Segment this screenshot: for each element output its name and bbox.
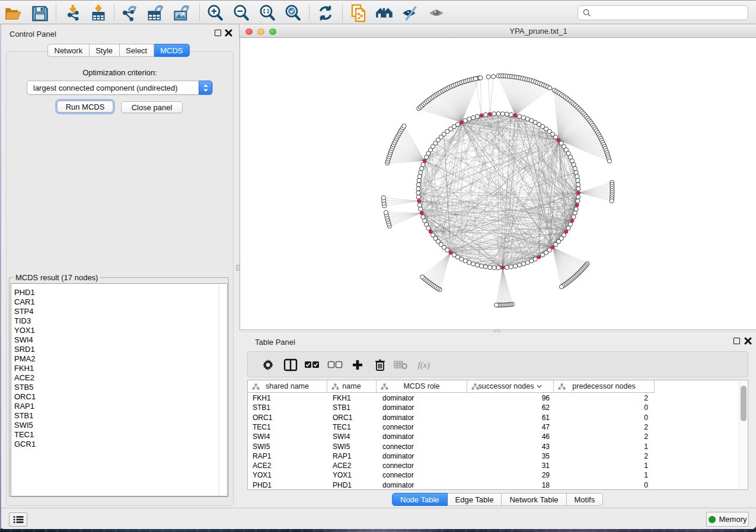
close-panel-icon[interactable] <box>225 29 232 37</box>
status-bar: Memory <box>0 508 756 529</box>
cell-predecessor-nodes: 1 <box>554 471 648 479</box>
table-row-ACE2[interactable]: ACE2ACE2connector311 <box>248 461 739 470</box>
table-close-icon[interactable] <box>744 337 752 345</box>
tab-edge-table[interactable]: Edge Table <box>448 493 502 506</box>
table-float-icon[interactable] <box>733 338 740 344</box>
desktop-edge-sliver <box>0 24 1 529</box>
table-row-FKH1[interactable]: FKH1FKH1dominator962 <box>248 393 739 403</box>
search-input[interactable] <box>592 7 748 19</box>
table-row-PHD1[interactable]: PHD1PHD1dominator180 <box>248 480 739 489</box>
memory-button[interactable]: Memory <box>706 512 749 527</box>
column-header-MCDS-role[interactable]: MCDS role <box>377 380 467 393</box>
mcds-result-item[interactable]: YOX1 <box>11 326 227 335</box>
export-image-icon[interactable] <box>171 3 192 23</box>
mcds-result-item[interactable]: STB1 <box>11 411 227 421</box>
float-panel-icon[interactable] <box>215 30 221 36</box>
zoom-in-icon[interactable] <box>205 3 225 23</box>
delete-column-icon[interactable] <box>372 357 388 373</box>
mcds-result-item[interactable]: CAR1 <box>11 297 227 307</box>
mcds-result-item[interactable]: TID3 <box>11 316 227 326</box>
table-row-TEC1[interactable]: TEC1TEC1connector472 <box>248 422 739 431</box>
mcds-result-item[interactable]: STP4 <box>11 307 227 316</box>
table-row-SWI4[interactable]: SWI4SWI4dominator462 <box>248 432 739 441</box>
cell-mcds-role: dominator <box>382 414 414 422</box>
mcds-result-item[interactable]: ACE2 <box>11 373 227 383</box>
select-all-checks-icon[interactable] <box>304 357 320 373</box>
mcds-result-item[interactable]: SWI5 <box>11 421 227 430</box>
zoom-out-icon[interactable] <box>231 3 251 23</box>
export-network-icon[interactable] <box>120 3 140 23</box>
show-all-icon[interactable] <box>427 3 447 23</box>
import-network-icon[interactable] <box>63 3 83 23</box>
column-header-shared-name[interactable]: shared name <box>248 380 327 393</box>
network-canvas[interactable] <box>240 38 756 329</box>
control-panel-title: Control Panel <box>9 30 56 39</box>
mcds-result-item[interactable]: GCR1 <box>11 440 227 449</box>
criterion-dropdown[interactable]: largest connected component (undirected) <box>27 81 213 95</box>
tab-node-table[interactable]: Node Table <box>392 493 448 506</box>
table-row-ORC1[interactable]: ORC1ORC1dominator610 <box>248 412 739 422</box>
first-neighbors-icon[interactable] <box>375 3 395 23</box>
cell-shared-name: TEC1 <box>253 423 271 431</box>
refresh-icon[interactable] <box>315 3 336 23</box>
column-header-label: successor nodes <box>479 382 534 390</box>
tab-motifs[interactable]: Motifs <box>567 493 604 506</box>
zoom-selected-icon[interactable] <box>283 3 303 23</box>
toolbar-separator <box>309 4 310 21</box>
cell-predecessor-nodes: 0 <box>554 414 648 422</box>
mcds-result-title: MCDS result (17 nodes) <box>13 273 100 282</box>
close-panel-button[interactable]: Close panel <box>121 101 183 113</box>
table-row-RAP1[interactable]: RAP1RAP1dominator352 <box>248 451 739 460</box>
open-file-icon[interactable] <box>3 3 23 23</box>
network-window-title: YPA_prune.txt_1 <box>420 27 657 36</box>
hide-selected-icon[interactable] <box>400 3 420 23</box>
column-header-successor-nodes[interactable]: successor nodes <box>467 380 554 393</box>
table-row-YOX1[interactable]: YOX1YOX1connector291 <box>248 470 739 480</box>
table-scrollbar[interactable] <box>739 381 747 489</box>
table-row-SWI5[interactable]: SWI5SWI5connector431 <box>248 441 739 451</box>
split-columns-icon[interactable] <box>282 357 299 373</box>
column-header-name[interactable]: name <box>327 380 377 393</box>
deselect-all-checks-icon[interactable] <box>327 357 343 373</box>
mcds-result-list[interactable]: PHD1CAR1STP4TID3YOX1SWI4SRD1PMA2FKH1ACE2… <box>11 283 228 496</box>
tab-network[interactable]: Network <box>47 44 90 57</box>
mcds-result-item[interactable]: PHD1 <box>11 288 227 297</box>
table-scrollbar-thumb[interactable] <box>741 386 747 421</box>
run-mcds-button[interactable]: Run MCDS <box>57 101 113 113</box>
tab-network-table[interactable]: Network Table <box>502 493 566 506</box>
mcds-result-item[interactable]: SWI4 <box>11 335 227 345</box>
mcds-result-item[interactable]: ORC1 <box>11 392 227 402</box>
mcds-result-item[interactable]: PMA2 <box>11 354 227 364</box>
mcds-result-item[interactable]: STB5 <box>11 383 227 392</box>
cell-successor-nodes: 29 <box>467 471 550 479</box>
cell-mcds-role: dominator <box>382 432 414 441</box>
close-window-button[interactable] <box>245 28 253 36</box>
tab-select[interactable]: Select <box>120 44 154 57</box>
result-list-scrollbar[interactable] <box>219 284 219 496</box>
run-mcds-label: Run MCDS <box>66 102 105 111</box>
mcds-result-group: MCDS result (17 nodes) PHD1CAR1STP4TID3Y… <box>9 277 229 497</box>
mcds-result-item[interactable]: FKH1 <box>11 364 227 373</box>
task-history-button[interactable] <box>9 512 27 527</box>
tab-mcds[interactable]: MCDS <box>154 44 190 57</box>
table-row-STB1[interactable]: STB1STB1dominator620 <box>248 403 739 412</box>
import-table-icon[interactable] <box>88 3 109 23</box>
sort-descending-icon <box>537 384 542 388</box>
cell-name: SWI4 <box>333 432 350 441</box>
network-window: YPA_prune.txt_1 <box>239 24 756 332</box>
minimize-window-button[interactable] <box>257 28 264 36</box>
toolbar-separator <box>114 4 114 21</box>
add-column-icon[interactable] <box>349 357 366 373</box>
table-options-gear-icon[interactable] <box>260 357 276 373</box>
column-header-predecessor-nodes[interactable]: predecessor nodes <box>554 380 655 393</box>
save-session-icon[interactable] <box>30 3 50 23</box>
copy-share-icon[interactable] <box>349 3 369 23</box>
tab-style[interactable]: Style <box>90 44 120 57</box>
mcds-result-item[interactable]: TEC1 <box>11 430 227 440</box>
mcds-result-item[interactable]: RAP1 <box>11 402 227 411</box>
mcds-result-item[interactable]: SRD1 <box>11 345 227 354</box>
maximize-window-button[interactable] <box>269 28 276 36</box>
search-box[interactable] <box>578 5 748 20</box>
export-table-icon[interactable] <box>145 3 165 23</box>
zoom-fit-icon[interactable] <box>257 3 277 23</box>
